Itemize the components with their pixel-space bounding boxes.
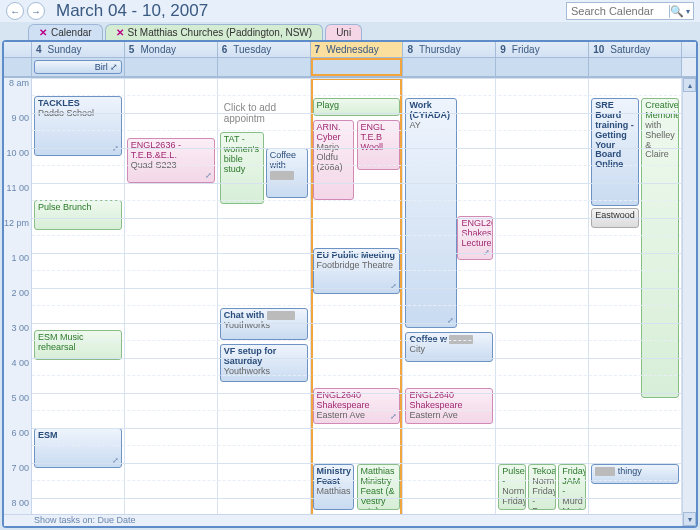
event-work[interactable]: Work (CYIADA)AY⤢	[405, 98, 457, 328]
day-header-thu[interactable]: 8Thursday	[403, 42, 496, 57]
day-col-sat[interactable]: SRE Board training - Getting Your Board …	[589, 78, 682, 526]
all-day-row: Birl⤢	[4, 58, 696, 78]
event-sre[interactable]: SRE Board training - Getting Your Board …	[591, 98, 639, 206]
event-engl-teb[interactable]: ENGL T.E.B Wooll	[357, 120, 401, 170]
expand-icon: ⤢	[390, 413, 397, 422]
day-header-fri[interactable]: 9Friday	[496, 42, 589, 57]
close-icon[interactable]: ✕	[39, 27, 47, 38]
event-thingy[interactable]: thingy	[591, 464, 679, 484]
allday-cell-wed[interactable]	[311, 58, 404, 76]
event-vf-setup[interactable]: VF setup for SaturdayYouthworks	[220, 344, 308, 382]
vertical-scrollbar[interactable]: ▴ ▾	[682, 78, 696, 526]
search-icon[interactable]: 🔍	[669, 5, 684, 18]
expand-icon: ⤢	[205, 172, 212, 181]
tasks-footer: Show tasks on: Due Date	[4, 514, 682, 526]
event-esm-rehearsal[interactable]: ESM Music rehearsal	[34, 330, 122, 360]
scroll-up-button[interactable]: ▴	[683, 78, 696, 92]
calendar-grid: 4Sunday 5Monday 6Tuesday 7Wednesday 8Thu…	[2, 40, 698, 528]
allday-cell-fri[interactable]	[496, 58, 589, 76]
event-tackles[interactable]: TACKLESPaddo School⤢	[34, 96, 122, 156]
day-col-thu[interactable]: Work (CYIADA)AY⤢ ENGL264 Shakespe Lectur…	[403, 78, 496, 526]
day-header-wed[interactable]: 7Wednesday	[311, 42, 404, 57]
calendar-tabs: ✕Calendar ✕St Matthias Churches (Padding…	[0, 22, 700, 40]
allday-cell-sun[interactable]: Birl⤢	[32, 58, 125, 76]
search-dropdown-icon[interactable]: ▾	[684, 7, 694, 16]
day-col-tue[interactable]: Click to add appointm TAT - women's bibl…	[218, 78, 311, 526]
day-col-fri[interactable]: Pulse -Norm Friday TekoaNorm Friday - Bo…	[496, 78, 589, 526]
event-tat[interactable]: TAT - women's bible study	[220, 132, 264, 204]
event-chat[interactable]: Chat with Youthworks	[220, 308, 308, 340]
scroll-down-button[interactable]: ▾	[683, 512, 696, 526]
allday-cell-tue[interactable]	[218, 58, 311, 76]
day-col-sun[interactable]: TACKLESPaddo School⤢ Pulse Brunch ESM Mu…	[32, 78, 125, 526]
tab-uni[interactable]: Uni	[325, 24, 362, 40]
allday-event[interactable]: Birl⤢	[34, 60, 122, 74]
nav-back-button[interactable]: ←	[6, 2, 24, 20]
day-headers: 4Sunday 5Monday 6Tuesday 7Wednesday 8Thu…	[4, 42, 696, 58]
tab-stmatthias[interactable]: ✕St Matthias Churches (Paddington, NSW)	[105, 24, 324, 40]
event-coffee[interactable]: Coffee with	[266, 148, 308, 198]
close-icon[interactable]: ✕	[116, 27, 124, 38]
event-ministry-feast[interactable]: Ministry FeastMatthias	[313, 464, 355, 510]
event-esm[interactable]: ESM⤢	[34, 428, 122, 468]
event-arin[interactable]: ARIN. CyberMarjo Oldfu (208a)	[313, 120, 355, 200]
event-creative-memories[interactable]: Creative Memorieswith Shelley & Claire	[641, 98, 679, 398]
day-header-mon[interactable]: 5Monday	[125, 42, 218, 57]
event-matthias-feast[interactable]: Matthias Ministry Feast (& Vestry mtg)	[357, 464, 401, 510]
day-header-sat[interactable]: 10Saturday	[589, 42, 682, 57]
event-pulse-fri[interactable]: Pulse -Norm Friday	[498, 464, 526, 510]
expand-icon: ⤢	[112, 457, 119, 466]
event-pulse-brunch[interactable]: Pulse Brunch	[34, 200, 122, 230]
day-header-tue[interactable]: 6Tuesday	[218, 42, 311, 57]
allday-cell-thu[interactable]	[403, 58, 496, 76]
day-col-wed[interactable]: Playg ARIN. CyberMarjo Oldfu (208a) ENGL…	[311, 78, 404, 526]
day-header-sun[interactable]: 4Sunday	[32, 42, 125, 57]
expand-icon: ⤢	[112, 145, 119, 154]
date-range-title: March 04 - 10, 2007	[56, 1, 566, 21]
nav-fwd-button[interactable]: →	[27, 2, 45, 20]
event-friday-jam[interactable]: Friday JAM -Murd Myste	[558, 464, 586, 510]
allday-cell-sat[interactable]	[589, 58, 682, 76]
event-tekoa[interactable]: TekoaNorm Friday - Board Game	[528, 464, 556, 510]
expand-icon: ⤢	[447, 317, 454, 326]
search-box[interactable]: 🔍 ▾	[566, 2, 694, 20]
allday-cell-mon[interactable]	[125, 58, 218, 76]
time-gutter: 8 am 9 00 10 00 11 00 12 pm 1 00 2 00 3 …	[4, 78, 32, 526]
search-input[interactable]	[567, 3, 669, 19]
event-engl2636[interactable]: ENGL2636 - T.E.B.&E.L.Quad S223⤢	[127, 138, 215, 183]
expand-icon: ⤢	[110, 62, 118, 72]
day-col-mon[interactable]: ENGL2636 - T.E.B.&E.L.Quad S223⤢	[125, 78, 218, 526]
tab-calendar[interactable]: ✕Calendar	[28, 24, 103, 40]
